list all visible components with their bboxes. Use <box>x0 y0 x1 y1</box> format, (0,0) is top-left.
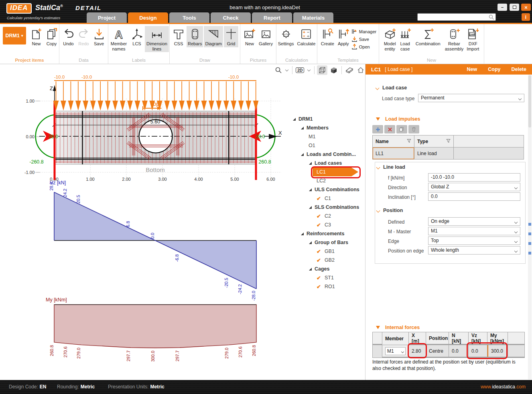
tree-item-reinforcements[interactable]: Reinforcements <box>282 229 364 238</box>
f-input[interactable]: -10.0 -10.0 <box>428 173 520 182</box>
tree-item-group-of-bars[interactable]: Group of Bars <box>282 238 364 247</box>
tree-item-drm1[interactable]: DRM1 <box>282 115 364 123</box>
dxf-import-button[interactable]: DXF DXF Import <box>465 26 480 52</box>
template-manager-button[interactable]: Manager <box>351 28 376 34</box>
tab-tools[interactable]: Tools <box>169 12 209 23</box>
maximize-button[interactable] <box>510 4 519 11</box>
position-value-cell[interactable]: Centre <box>426 345 449 357</box>
inclination-input[interactable]: 0.0 <box>428 192 520 201</box>
tree-item-lc2[interactable]: LC2 <box>282 176 364 185</box>
expander-icon[interactable] <box>301 127 304 129</box>
column-header-name[interactable]: Name <box>373 135 414 147</box>
tree-item-loads-and-combin-[interactable]: Loads and Combin... <box>282 150 364 159</box>
expander-icon[interactable] <box>309 241 312 244</box>
tree-item-ro1[interactable]: ✔RO1 <box>282 282 364 291</box>
tree-item-lc1[interactable]: LC1 <box>282 168 364 176</box>
column-header-type[interactable]: Type <box>414 135 453 147</box>
load-impulse-name-cell[interactable]: LL1 <box>373 147 414 159</box>
checkbox-checked-icon[interactable]: ✔ <box>317 222 325 228</box>
lcs-toggle[interactable]: LCS <box>130 26 144 47</box>
home-view-button[interactable] <box>356 65 365 75</box>
calculate-button[interactable]: +−×÷ Calculate <box>296 26 317 47</box>
tree-item-cages[interactable]: Cages <box>282 265 364 273</box>
filter-icon[interactable] <box>407 139 411 144</box>
tab-design[interactable]: Design <box>128 12 168 23</box>
tree-item-sls-combinations[interactable]: SLS Combinations <box>282 203 364 212</box>
template-save-button[interactable]: Save <box>351 36 376 42</box>
add-load-impulse-button[interactable] <box>372 125 383 133</box>
new-load-case-button[interactable]: Load case <box>398 26 412 52</box>
solid-view-button[interactable] <box>329 65 339 75</box>
member-dropdown[interactable]: M1 <box>385 347 406 355</box>
delete-load-impulse-button[interactable] <box>384 125 395 133</box>
position-on-edge-select[interactable]: Whole length <box>428 246 520 255</box>
new-load-case-action[interactable]: New <box>467 67 477 72</box>
new-combination-button[interactable]: Combination <box>413 26 443 47</box>
panel-scrollbar[interactable] <box>528 75 532 380</box>
dimension-lines-toggle[interactable]: Dimension lines <box>145 26 169 52</box>
load-case-type-select[interactable]: Permanent <box>418 94 524 102</box>
copy-load-impulse-button[interactable] <box>396 125 407 133</box>
new-picture-button[interactable]: New <box>242 26 257 47</box>
new-rebar-assembly-button[interactable]: Rebar assembly <box>444 26 465 52</box>
settings-button[interactable]: </> Settings <box>277 26 295 47</box>
new-model-entity-button[interactable]: Model entity <box>383 26 397 52</box>
delete-load-case-action[interactable]: Delete <box>511 67 526 72</box>
checkbox-checked-icon[interactable]: ✔ <box>317 284 325 290</box>
zoom-tool-button[interactable] <box>274 65 283 75</box>
position-section-header[interactable]: Position <box>377 208 403 213</box>
css-toggle[interactable]: CSS <box>171 26 186 47</box>
zoom-options-dropdown[interactable] <box>284 65 290 75</box>
new-project-item-button[interactable]: New <box>29 26 44 47</box>
diagram-toggle[interactable]: Diagram <box>204 26 223 47</box>
redo-button[interactable]: Redo <box>77 26 91 47</box>
defined-select[interactable]: On edge <box>428 217 520 226</box>
save-button[interactable]: Save <box>92 26 106 47</box>
apply-template-button[interactable]: Apply <box>336 26 351 47</box>
tree-item-o1[interactable]: O1 <box>282 141 364 150</box>
checkbox-checked-icon[interactable]: ✔ <box>317 257 325 263</box>
create-template-button[interactable]: Create <box>320 26 335 47</box>
gallery-button[interactable]: Gallery <box>258 26 274 47</box>
view-mode-dropdown[interactable] <box>306 65 312 75</box>
tree-item-uls-combinations[interactable]: ULS Combinations <box>282 185 364 194</box>
tab-report[interactable]: Report <box>252 12 292 23</box>
vz-value-cell[interactable]: 0.0 <box>469 345 487 357</box>
tree-item-gb1[interactable]: ✔GB1 <box>282 247 364 256</box>
checkbox-checked-icon[interactable]: ✔ <box>317 196 325 202</box>
tree-item-load-cases[interactable]: Load cases <box>282 159 364 168</box>
load-impulses-section-header[interactable]: Load impulses <box>376 116 420 122</box>
clip-view-button[interactable] <box>344 65 355 75</box>
member-names-toggle[interactable]: A Member names <box>109 26 129 52</box>
wireframe-view-button[interactable] <box>317 65 327 75</box>
tree-item-st1[interactable]: ✔ST1 <box>282 273 364 282</box>
direction-select[interactable]: Global Z <box>428 183 520 191</box>
expander-icon[interactable] <box>309 268 312 271</box>
expander-icon[interactable] <box>301 232 304 235</box>
checkbox-checked-icon[interactable]: ✔ <box>317 249 325 255</box>
checkbox-checked-icon[interactable]: ✔ <box>317 275 325 281</box>
project-item-selector[interactable]: DRM1▾ <box>3 27 26 44</box>
trash-load-impulse-button[interactable] <box>408 125 419 133</box>
master-select[interactable]: M1 <box>428 227 520 235</box>
tab-materials[interactable]: Materials <box>293 12 333 23</box>
tab-check[interactable]: Check <box>211 12 251 23</box>
website-link[interactable]: www.ideastatica.com <box>481 384 526 390</box>
tree-item-m1[interactable]: M1 <box>282 132 364 141</box>
template-open-button[interactable]: Open <box>351 44 376 50</box>
tree-item-c3[interactable]: ✔C3 <box>282 220 364 229</box>
expander-icon[interactable] <box>309 206 312 209</box>
filter-icon[interactable] <box>446 139 451 144</box>
close-button[interactable]: × <box>521 4 531 11</box>
expander-icon[interactable] <box>301 153 304 156</box>
rebars-toggle[interactable]: Rebars <box>187 26 203 47</box>
view-mode-2d-button[interactable]: 2D <box>295 65 305 75</box>
copy-project-item-button[interactable]: Copy <box>45 26 59 47</box>
tree-item-members[interactable]: Members <box>282 123 364 132</box>
edge-select[interactable]: Top <box>428 236 520 245</box>
copy-load-case-action[interactable]: Copy <box>488 67 500 72</box>
expander-icon[interactable] <box>293 118 296 121</box>
tab-project[interactable]: Project <box>87 12 127 23</box>
undo-button[interactable]: Undo <box>61 26 76 47</box>
expander-icon[interactable] <box>309 162 312 165</box>
